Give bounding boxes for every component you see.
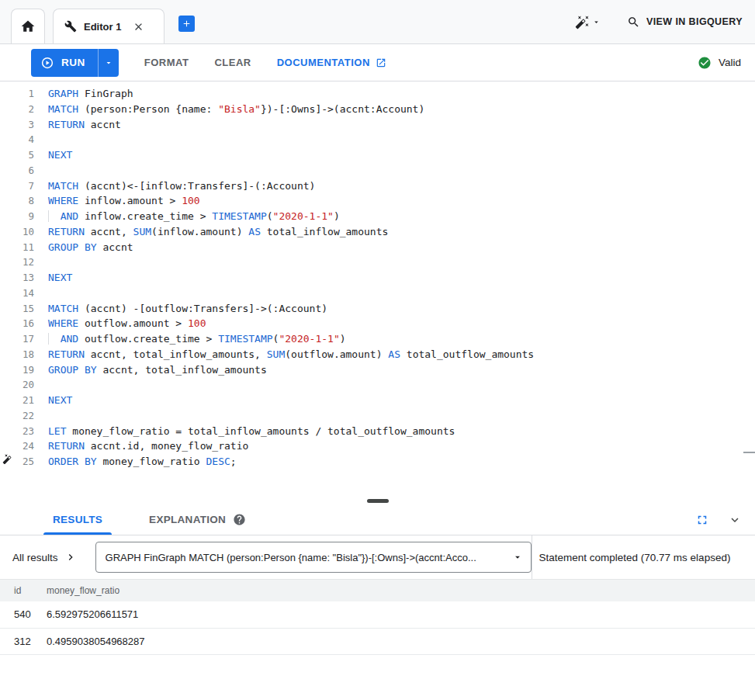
code-line bbox=[48, 163, 755, 178]
statement-dropdown-value: GRAPH FinGraph MATCH (person:Person {nam… bbox=[106, 552, 506, 563]
add-tab-button[interactable] bbox=[178, 16, 195, 32]
query-toolbar: RUN FORMAT CLEAR DOCUMENTATION Valid bbox=[0, 44, 755, 81]
code-line: MATCH (accnt) -[outflow:Transfers]->(:Ac… bbox=[48, 301, 755, 317]
validation-status-label: Valid bbox=[719, 57, 741, 68]
clear-button[interactable]: CLEAR bbox=[214, 57, 251, 68]
code-line: NEXT bbox=[48, 147, 755, 163]
line-number: 21 bbox=[0, 393, 34, 408]
collapse-results-button[interactable] bbox=[728, 513, 742, 527]
scrollbar-marker bbox=[743, 452, 755, 453]
tab-editor-1[interactable]: Editor 1 bbox=[53, 9, 165, 43]
line-number: 7 bbox=[0, 178, 34, 194]
table-cell: 312 bbox=[0, 628, 47, 654]
code-line: RETURN accnt, SUM(inflow.amount) AS tota… bbox=[48, 224, 755, 240]
results-table: id money_flow_ratio 5406.592975206611571… bbox=[0, 580, 755, 655]
expand-results-button[interactable] bbox=[695, 513, 709, 527]
table-cell: 0.4959038054968287 bbox=[47, 628, 755, 654]
column-header-money-flow-ratio: money_flow_ratio bbox=[47, 580, 755, 601]
splitter-grip bbox=[367, 499, 389, 503]
all-results-label: All results bbox=[12, 552, 58, 563]
code-line: NEXT bbox=[48, 393, 755, 408]
chevron-right-icon bbox=[64, 551, 77, 563]
validation-status: Valid bbox=[698, 56, 741, 70]
add-tab-icon bbox=[182, 19, 192, 29]
documentation-label: DOCUMENTATION bbox=[277, 57, 370, 68]
home-icon bbox=[20, 19, 36, 34]
line-number: 10 bbox=[0, 224, 34, 240]
line-number: 2 bbox=[0, 102, 34, 117]
statement-dropdown[interactable]: GRAPH FinGraph MATCH (person:Person {nam… bbox=[95, 542, 532, 573]
editor-tab-icon bbox=[64, 20, 77, 33]
table-cell: 540 bbox=[0, 601, 47, 628]
line-number: 1 bbox=[0, 86, 34, 102]
format-button[interactable]: FORMAT bbox=[144, 57, 189, 68]
run-button-label: RUN bbox=[61, 57, 85, 68]
all-results-button[interactable]: All results bbox=[12, 551, 77, 563]
tab-results[interactable]: RESULTS bbox=[43, 504, 112, 535]
bigquery-editor-app: Editor 1 VIEW IN B bbox=[0, 0, 755, 700]
line-number: 6 bbox=[0, 163, 34, 178]
column-header-id: id bbox=[0, 580, 47, 601]
view-in-bigquery-label: VIEW IN BIGQUERY bbox=[646, 16, 743, 27]
run-button[interactable]: RUN bbox=[31, 49, 98, 77]
editor-tab-label: Editor 1 bbox=[84, 21, 121, 33]
code-line: ORDER BY money_flow_ratio DESC; bbox=[48, 454, 755, 470]
line-number: 13 bbox=[0, 270, 34, 286]
tab-strip-actions: VIEW IN BIGQUERY bbox=[575, 15, 755, 29]
line-number: 4 bbox=[0, 132, 34, 147]
quick-fix-wand-icon[interactable] bbox=[2, 453, 15, 466]
code-line: RETURN accnt.id, money_flow_ratio bbox=[48, 438, 755, 454]
explanation-tab-label: EXPLANATION bbox=[149, 514, 226, 525]
dropdown-caret-icon bbox=[512, 552, 523, 563]
line-number: 18 bbox=[0, 347, 34, 362]
line-number: 9 bbox=[0, 209, 34, 224]
tab-strip: Editor 1 VIEW IN B bbox=[0, 0, 755, 44]
line-number: 14 bbox=[0, 286, 34, 301]
code-line bbox=[48, 132, 755, 147]
statement-status-container: Statement completed (70.77 ms elapsed) bbox=[532, 535, 755, 579]
line-number: 12 bbox=[0, 255, 34, 270]
help-icon[interactable] bbox=[233, 513, 246, 526]
external-link-icon bbox=[376, 57, 386, 68]
line-number: 5 bbox=[0, 147, 34, 163]
table-header-row: id money_flow_ratio bbox=[0, 580, 755, 601]
line-number: 23 bbox=[0, 424, 34, 439]
code-line: RETURN accnt, total_inflow_amounts, SUM(… bbox=[48, 347, 755, 362]
magic-wand-menu[interactable] bbox=[575, 15, 601, 29]
results-panel-actions bbox=[695, 504, 755, 535]
view-in-bigquery-button[interactable]: VIEW IN BIGQUERY bbox=[627, 16, 743, 29]
results-tab-bar: RESULTS EXPLANATION bbox=[0, 504, 755, 535]
run-options-button[interactable] bbox=[98, 49, 119, 77]
close-tab-icon[interactable] bbox=[131, 19, 146, 34]
code-line: GROUP BY accnt, total_inflow_amounts bbox=[48, 362, 755, 378]
results-bar: All results GRAPH FinGraph MATCH (person… bbox=[0, 535, 755, 580]
bigquery-icon bbox=[627, 16, 640, 29]
line-number: 20 bbox=[0, 377, 34, 393]
panel-splitter[interactable] bbox=[0, 497, 755, 504]
results-table-body: 5406.5929752066115713120.495903805496828… bbox=[0, 601, 755, 654]
code-line: MATCH (accnt)<-[inflow:Transfers]-(:Acco… bbox=[48, 178, 755, 194]
dropdown-caret-icon bbox=[104, 58, 113, 68]
code-editor[interactable]: 1234567891011121314151617181920212223242… bbox=[0, 81, 755, 497]
table-row: 3120.4959038054968287 bbox=[0, 628, 755, 654]
code-line: GROUP BY accnt bbox=[48, 240, 755, 255]
run-split-button: RUN bbox=[31, 49, 119, 77]
table-row: 5406.592975206611571 bbox=[0, 601, 755, 628]
run-play-icon bbox=[40, 56, 54, 70]
chevron-down-icon bbox=[592, 18, 601, 26]
code-line: AND outflow.create_time > TIMESTAMP("202… bbox=[48, 331, 755, 347]
code-line: WHERE outflow.amount > 100 bbox=[48, 316, 755, 331]
tab-explanation[interactable]: EXPLANATION bbox=[140, 504, 255, 535]
line-number: 8 bbox=[0, 193, 34, 209]
tab-home[interactable] bbox=[11, 9, 45, 43]
line-numbers: 1234567891011121314151617181920212223242… bbox=[0, 81, 34, 497]
documentation-button[interactable]: DOCUMENTATION bbox=[277, 57, 386, 68]
code-line bbox=[48, 408, 755, 424]
line-number: 15 bbox=[0, 301, 34, 317]
code-line: GRAPH FinGraph bbox=[48, 86, 755, 102]
magic-wand-icon bbox=[575, 15, 590, 29]
statement-status: Statement completed (70.77 ms elapsed) bbox=[539, 552, 731, 563]
line-number: 17 bbox=[0, 331, 34, 347]
line-number: 3 bbox=[0, 117, 34, 133]
line-number: 22 bbox=[0, 408, 34, 424]
